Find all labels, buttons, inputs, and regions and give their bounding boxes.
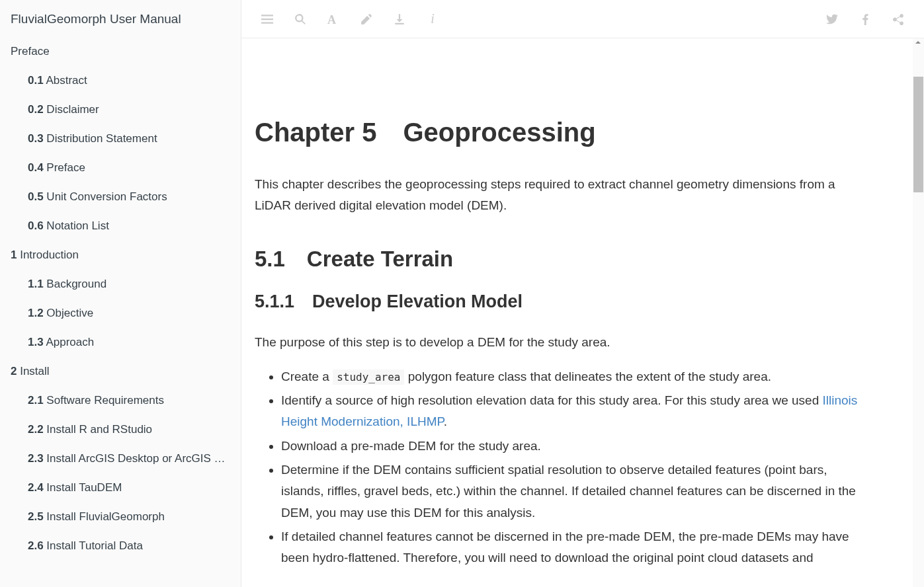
info-button[interactable]: i xyxy=(416,3,449,36)
toc-section[interactable]: 1.2 Objective xyxy=(0,299,241,328)
toc-section[interactable]: 2.6 Install Tutorial Data xyxy=(0,531,241,561)
toc-chapter[interactable]: 1 Introduction xyxy=(0,241,241,270)
list-item: Identify a source of high resolution ele… xyxy=(281,390,863,433)
info-icon: i xyxy=(431,11,435,26)
list-item: Determine if the DEM contains sufficient… xyxy=(281,459,863,524)
edit-icon xyxy=(360,13,372,25)
toc-section[interactable]: 0.1 Abstract xyxy=(0,66,241,95)
toc-section[interactable]: 0.5 Unit Conversion Factors xyxy=(0,182,241,212)
toc-section[interactable]: 2.2 Install R and RStudio xyxy=(0,415,241,444)
toc-section[interactable]: 0.4 Preface xyxy=(0,153,241,182)
toc-section[interactable]: 2.4 Install TauDEM xyxy=(0,473,241,502)
toc-section[interactable]: 2.3 Install ArcGIS Desktop or ArcGIS Pro xyxy=(0,444,241,473)
search-button[interactable] xyxy=(284,3,317,36)
list-item: If detailed channel features cannot be d… xyxy=(281,526,863,569)
sidebar: FluvialGeomorph User Manual Preface0.1 A… xyxy=(0,0,241,587)
body-paragraph: The purpose of this step is to develop a… xyxy=(255,332,863,353)
twitter-icon xyxy=(826,13,838,25)
scroll-up-icon xyxy=(915,41,921,44)
font-icon: A xyxy=(327,13,339,25)
content-area: Chapter 5 Geoprocessing This chapter des… xyxy=(241,38,924,587)
list-item: Create a study_area polygon feature clas… xyxy=(281,366,863,387)
list-item: Download a pre-made DEM for the study ar… xyxy=(281,436,863,457)
book-title[interactable]: FluvialGeomorph User Manual xyxy=(0,0,241,37)
twitter-button[interactable] xyxy=(816,3,849,36)
toc-section[interactable]: 0.6 Notation List xyxy=(0,212,241,241)
share-icon xyxy=(892,13,904,25)
toolbar: A i xyxy=(241,0,924,38)
toc-section[interactable]: 0.3 Distribution Statement xyxy=(0,124,241,153)
toc-section[interactable]: 0.2 Disclaimer xyxy=(0,95,241,124)
bullet-list: Create a study_area polygon feature clas… xyxy=(255,366,863,569)
toc-section[interactable]: 2.5 Install FluvialGeomorph xyxy=(0,502,241,531)
hamburger-icon xyxy=(261,13,273,25)
toc-section[interactable]: 1.1 Background xyxy=(0,270,241,299)
font-button[interactable]: A xyxy=(317,3,350,36)
toc: Preface0.1 Abstract0.2 Disclaimer0.3 Dis… xyxy=(0,37,241,561)
scrollbar-thumb[interactable] xyxy=(913,77,923,192)
intro-paragraph: This chapter describes the geoprocessing… xyxy=(255,174,863,217)
main: A i xyxy=(241,0,924,587)
toc-chapter[interactable]: Preface xyxy=(0,37,241,66)
subsection-heading: 5.1.1 Develop Elevation Model xyxy=(255,292,863,312)
download-icon xyxy=(394,13,405,25)
toc-chapter[interactable]: 2 Install xyxy=(0,357,241,386)
toc-section[interactable]: 2.1 Software Requirements xyxy=(0,386,241,415)
page-title: Chapter 5 Geoprocessing xyxy=(255,118,863,147)
share-button[interactable] xyxy=(882,3,915,36)
inline-code: study_area xyxy=(333,370,404,385)
edit-button[interactable] xyxy=(350,3,383,36)
scrollbar[interactable] xyxy=(913,38,924,587)
facebook-button[interactable] xyxy=(849,3,882,36)
toggle-sidebar-button[interactable] xyxy=(251,3,284,36)
search-icon xyxy=(294,13,306,25)
toc-section[interactable]: 1.3 Approach xyxy=(0,328,241,357)
facebook-icon xyxy=(859,13,871,25)
section-heading: 5.1 Create Terrain xyxy=(255,247,863,272)
download-button[interactable] xyxy=(383,3,416,36)
